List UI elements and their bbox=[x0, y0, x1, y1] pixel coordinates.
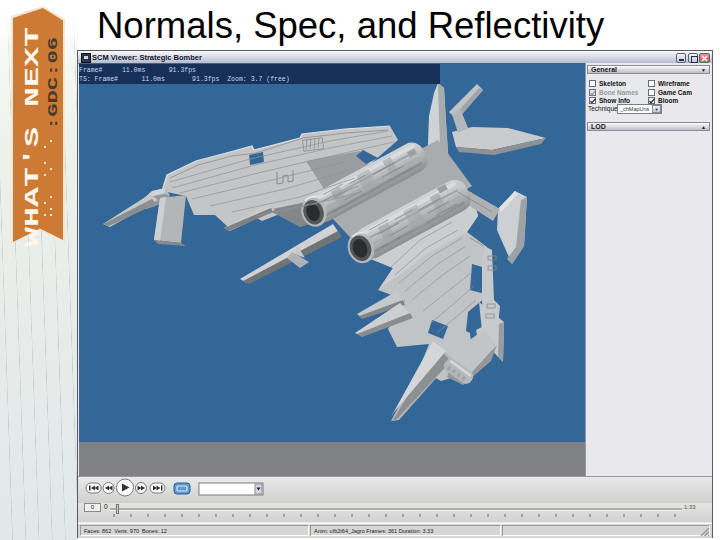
svg-text::GDC:06: :GDC:06 bbox=[46, 37, 61, 130]
svg-text:WHAT'S NEXT: WHAT'S NEXT bbox=[21, 27, 44, 247]
